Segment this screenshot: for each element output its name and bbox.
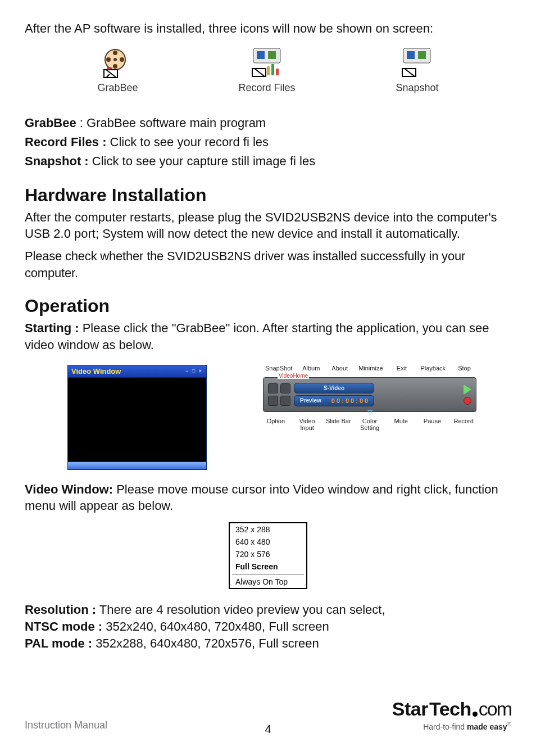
snapshot-caption: Snapshot (396, 82, 438, 94)
pal-label: PAL mode : (25, 636, 92, 650)
svg-point-4 (106, 57, 111, 62)
svg-point-5 (113, 58, 117, 61)
panel-bot-slidebar: Slide Bar (325, 418, 351, 431)
menu-item-fullscreen[interactable]: Full Screen (230, 560, 306, 573)
res-label: Resolution : (25, 603, 96, 617)
operation-heading: Operation (25, 296, 511, 316)
panel-top-playback: Playback (420, 365, 446, 372)
panel-preview-pill: Preview 0 0 : 0 0 : 0 0 (294, 395, 374, 406)
ntsc-label: NTSC mode : (25, 619, 102, 633)
brand-tagline: Hard-to-find made easy® (392, 721, 511, 731)
def-snapshot-label: Snapshot : (25, 154, 89, 168)
hardware-p1: After the computer restarts, please plug… (25, 209, 511, 242)
snapshot-icon (400, 47, 434, 79)
menu-item-alwaysontop[interactable]: Always On Top (230, 576, 306, 588)
panel-time: 0 0 : 0 0 : 0 0 (331, 397, 368, 404)
video-window-footer (67, 462, 207, 470)
svg-point-2 (120, 57, 124, 62)
ntsc-text: 352x240, 640x480, 720x480, Full screen (102, 619, 329, 633)
brand-com: com (479, 698, 511, 720)
def-record-label: Record Files : (25, 135, 106, 149)
panel-top-exit: Exit (392, 365, 412, 372)
panel-top-about: About (330, 365, 349, 372)
hardware-p2: Please check whether the SVID2USB2NS dri… (25, 248, 511, 281)
menu-item-352[interactable]: 352 x 288 (230, 523, 306, 536)
brand-star: Star (392, 698, 428, 720)
def-snapshot-text: Click to see your capture still image fi… (89, 154, 316, 168)
brand-dot-icon (473, 712, 478, 717)
screenshots-row: Video Window − □ × SnapShot Album About … (25, 359, 511, 481)
svg-rect-9 (268, 51, 276, 59)
svg-rect-16 (418, 51, 426, 59)
footer: Instruction Manual StarTechcom Hard-to-f… (25, 698, 511, 731)
video-window-title: Video Window (71, 367, 121, 375)
panel-bot-record: Record (451, 418, 476, 431)
svg-point-3 (113, 64, 117, 69)
panel-bot-pause: Pause (420, 418, 446, 431)
record-files-icon (250, 47, 284, 79)
play-icon (464, 384, 471, 395)
grabbee-icon-block: GrabBee (97, 47, 138, 94)
svg-rect-11 (267, 66, 270, 75)
video-window-paragraph: Video Window: Please move mouse cursor i… (25, 481, 511, 514)
brand-logo: StarTechcom Hard-to-find made easy® (392, 698, 511, 731)
video-window-mock: Video Window − □ × (67, 365, 207, 470)
panel-icon-grid (268, 383, 290, 406)
svg-rect-12 (271, 64, 274, 75)
record-icon (464, 397, 471, 405)
def-grabbee-label: GrabBee (25, 116, 76, 130)
recordfiles-caption: Record Files (238, 82, 295, 94)
svg-rect-15 (407, 51, 415, 59)
film-reel-icon (102, 47, 133, 79)
panel-bot-videoinput: Video Input (294, 418, 320, 431)
panel-top-album: Album (301, 365, 321, 372)
resolution-block: Resolution : There are 4 resolution vide… (25, 601, 511, 651)
menu-item-720[interactable]: 720 x 576 (230, 548, 306, 560)
svg-point-1 (113, 51, 117, 55)
menu-item-640[interactable]: 640 x 480 (230, 536, 306, 548)
chevron-down-icon: ▽ (367, 409, 373, 417)
definitions-block: GrabBee : GrabBee software main program … (25, 114, 511, 170)
brand-tag-b: made easy (467, 722, 507, 731)
window-controls: − □ × (185, 368, 203, 374)
menu-separator (232, 574, 304, 574)
res-text: There are 4 resolution video preview you… (96, 603, 385, 617)
grabbee-caption: GrabBee (97, 82, 138, 94)
recordfiles-icon-block: Record Files (238, 47, 295, 94)
intro-text: After the AP software is installed, thre… (25, 21, 511, 36)
icons-row: GrabBee Record Files Snapshot (47, 47, 489, 94)
def-record-text: Click to see your record fi les (106, 135, 269, 149)
panel-brand-tag: VideoHome (278, 373, 309, 379)
def-grabbee-text: : GrabBee software main program (76, 116, 266, 130)
panel-top-snapshot: SnapShot (265, 365, 292, 372)
panel-bot-colorsetting: Color Setting (357, 418, 383, 431)
panel-top-minimize: Minimize (358, 365, 383, 372)
control-panel-mock: SnapShot Album About Minimize Exit Playb… (263, 365, 476, 431)
brand-tag-a: Hard-to-find (423, 722, 467, 731)
context-menu: 352 x 288 640 x 480 720 x 576 Full Scree… (229, 522, 307, 589)
panel-top-stop: Stop (455, 365, 474, 372)
starting-paragraph: Starting : Please click the "GrabBee" ic… (25, 320, 511, 353)
footer-left: Instruction Manual (25, 719, 107, 731)
hardware-heading: Hardware Installation (25, 185, 511, 206)
starting-label: Starting : (25, 321, 79, 335)
svg-rect-13 (276, 69, 279, 75)
panel-bot-option: Option (263, 418, 289, 431)
brand-reg: ® (507, 721, 511, 727)
panel-svideo-pill: S-Video (294, 383, 374, 393)
panel-bot-mute: Mute (388, 418, 414, 431)
pal-text: 352x288, 640x480, 720x576, Full screen (92, 636, 319, 650)
video-window-body (67, 378, 207, 462)
snapshot-icon-block: Snapshot (396, 47, 438, 94)
vw-label: Video Window: (25, 482, 113, 496)
video-window-titlebar: Video Window − □ × (67, 365, 207, 378)
starting-text: Please click the "GrabBee" icon. After s… (25, 321, 489, 352)
svg-rect-8 (257, 51, 265, 59)
brand-tech: Tech (429, 698, 471, 720)
panel-preview-label: Preview (300, 397, 321, 404)
